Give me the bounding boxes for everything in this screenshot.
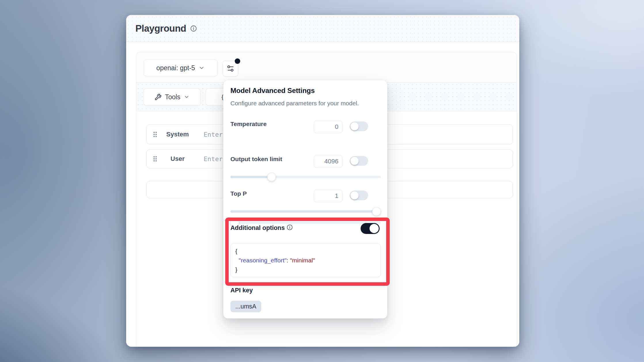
toggle-knob xyxy=(370,224,379,233)
wrench-icon xyxy=(154,94,162,101)
code-indent xyxy=(235,257,239,264)
window-header: Playground xyxy=(126,15,519,42)
api-key-label: API key xyxy=(230,287,253,294)
message-input[interactable]: Enter xyxy=(204,155,223,163)
toggle-knob xyxy=(351,157,359,165)
slider-thumb[interactable] xyxy=(372,207,381,216)
code-key: "reasoning_effort" xyxy=(239,257,287,264)
api-key-badge[interactable]: ...umsA xyxy=(230,301,261,312)
top-p-toggle[interactable] xyxy=(350,190,368,200)
settings-badge-dot xyxy=(235,58,240,64)
drag-handle-icon[interactable] xyxy=(153,131,157,138)
top-p-input[interactable]: 1 xyxy=(314,190,342,202)
code-value: "minimal" xyxy=(290,257,315,264)
api-key-value: ...umsA xyxy=(235,303,256,310)
toggle-knob xyxy=(351,122,359,130)
tools-button-label: Tools xyxy=(165,93,181,101)
popover-title: Model Advanced Settings xyxy=(230,87,315,95)
info-icon[interactable] xyxy=(287,224,293,230)
output-token-limit-slider[interactable] xyxy=(230,173,381,181)
temperature-toggle[interactable] xyxy=(350,121,368,131)
tools-button[interactable]: Tools xyxy=(143,88,200,106)
message-role-label[interactable]: System xyxy=(161,131,194,138)
chevron-down-icon xyxy=(184,94,190,100)
model-advanced-settings-popover: Model Advanced Settings Configure advanc… xyxy=(223,80,387,319)
additional-options-toggle[interactable] xyxy=(361,223,380,234)
output-token-limit-label: Output token limit xyxy=(230,156,282,163)
top-p-slider[interactable] xyxy=(230,207,381,216)
drag-handle-icon[interactable] xyxy=(153,156,157,162)
output-token-limit-value: 4096 xyxy=(324,158,338,165)
toggle-knob xyxy=(351,191,359,199)
info-icon[interactable] xyxy=(190,25,197,32)
desktop-background: Playground openai: gpt-5 xyxy=(0,0,644,362)
temperature-input[interactable]: 0 xyxy=(314,121,342,133)
model-selector-label: openai: gpt-5 xyxy=(156,64,195,72)
slider-fill xyxy=(230,210,381,213)
temperature-value: 0 xyxy=(335,123,338,131)
output-token-limit-toggle[interactable] xyxy=(350,156,368,166)
slider-thumb[interactable] xyxy=(267,173,276,181)
temperature-label: Temperature xyxy=(230,121,267,127)
chevron-down-icon xyxy=(198,65,205,71)
additional-options-label: Additional options xyxy=(230,224,285,232)
slider-fill xyxy=(230,176,270,178)
top-p-label: Top P xyxy=(230,190,247,197)
additional-options-header: Additional options xyxy=(230,222,381,235)
model-selector[interactable]: openai: gpt-5 xyxy=(143,60,218,76)
additional-options-json-editor[interactable]: { "reasoning_effort": "minimal" } xyxy=(230,243,381,277)
output-token-limit-input[interactable]: 4096 xyxy=(314,155,342,168)
message-input[interactable]: Enter xyxy=(204,131,223,138)
sliders-icon xyxy=(226,64,234,73)
message-role-label[interactable]: User xyxy=(161,155,194,163)
model-toolbar: openai: gpt-5 xyxy=(136,52,517,83)
top-p-value: 1 xyxy=(335,192,338,200)
model-advanced-settings-button[interactable] xyxy=(222,60,238,77)
popover-subtitle: Configure advanced parameters for your m… xyxy=(230,100,359,107)
code-brace-close: } xyxy=(235,266,237,273)
page-title: Playground xyxy=(135,23,186,34)
code-brace-open: { xyxy=(235,248,237,254)
code-separator: : xyxy=(287,257,290,264)
